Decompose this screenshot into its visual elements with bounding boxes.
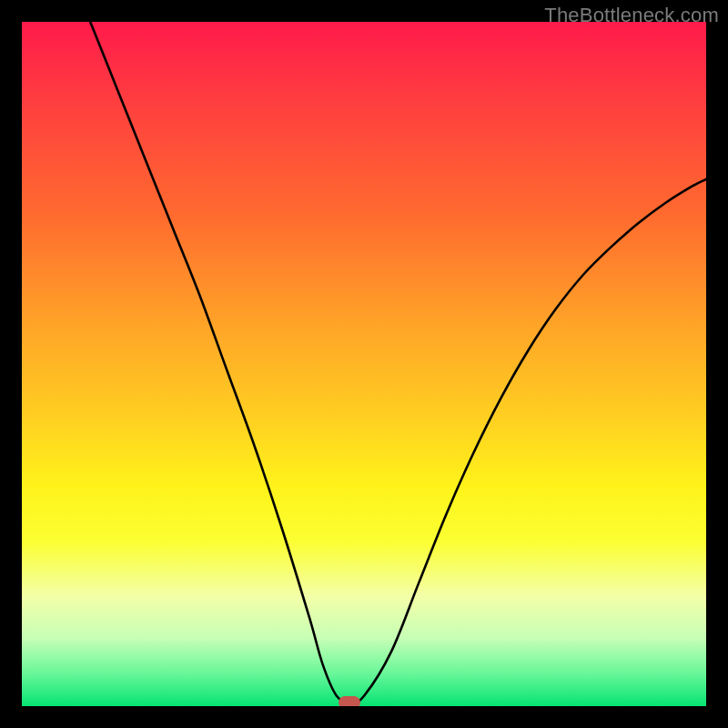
plot-area — [22, 22, 706, 706]
bottleneck-curve — [22, 22, 706, 706]
chart-frame: TheBottleneck.com — [0, 0, 728, 728]
curve-path — [90, 22, 706, 703]
optimum-marker — [339, 696, 360, 706]
